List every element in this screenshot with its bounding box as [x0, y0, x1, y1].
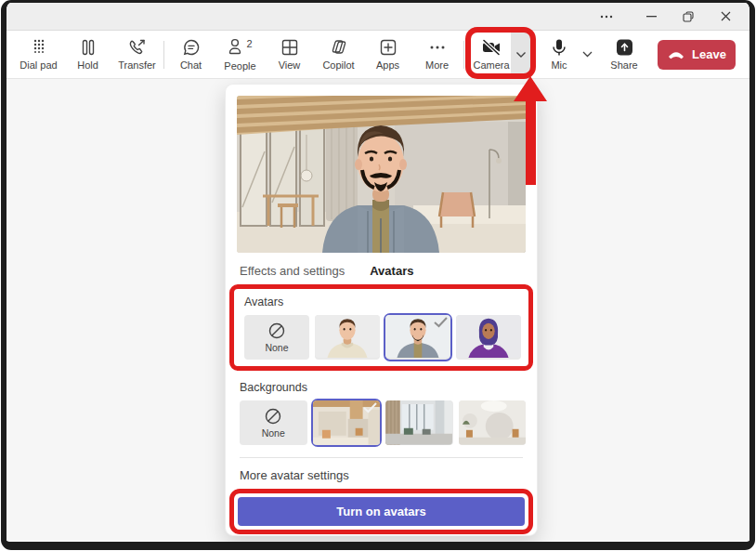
hold-label: Hold: [77, 59, 98, 71]
people-icon: [228, 37, 244, 56]
annotation-box-avatars-section: Avatars None: [229, 284, 533, 371]
share-icon: [614, 38, 634, 57]
settings-tabs: Effects and settings Avatars: [237, 264, 526, 278]
more-label: More: [425, 59, 449, 71]
avatar-preview-video: [237, 96, 526, 253]
copilot-icon: [329, 38, 349, 57]
teams-call-window: Dial pad Hold Transfer Chat: [1, 0, 755, 550]
camera-dropdown-chevron[interactable]: [511, 33, 530, 77]
people-count-badge: 2: [246, 38, 252, 49]
avatar-tile-woman-hijab[interactable]: [456, 315, 521, 360]
chat-label: Chat: [180, 59, 202, 71]
avatar-none-label: None: [265, 342, 288, 353]
window-more-icon[interactable]: [588, 5, 625, 29]
avatar-tile-man-beard[interactable]: [385, 315, 450, 360]
chevron-down-icon: [582, 51, 593, 58]
background-office-thumbnail: [385, 400, 452, 445]
hold-button[interactable]: Hold: [63, 33, 112, 77]
transfer-button[interactable]: Transfer: [112, 33, 162, 77]
phone-hangup-icon: [667, 50, 685, 59]
avatar-tile-none[interactable]: None: [244, 315, 309, 360]
camera-button[interactable]: Camera: [472, 33, 511, 77]
chevron-down-icon: [515, 51, 527, 59]
background-tile-office[interactable]: [385, 400, 453, 445]
call-toolbar: Dial pad Hold Transfer Chat: [7, 31, 749, 79]
background-tile-none[interactable]: None: [240, 400, 307, 445]
hold-icon: [79, 38, 98, 57]
apps-button[interactable]: Apps: [363, 33, 412, 77]
view-icon: [280, 38, 299, 57]
background-tile-wooden-room[interactable]: [313, 400, 381, 445]
mic-button[interactable]: Mic: [540, 33, 579, 77]
camera-label: Camera: [473, 59, 509, 71]
avatar-tile-man-light[interactable]: [315, 315, 380, 360]
tab-effects-and-settings[interactable]: Effects and settings: [240, 264, 345, 278]
none-icon: [267, 321, 286, 340]
toolbar-divider: [463, 41, 464, 69]
more-button[interactable]: More: [412, 33, 462, 77]
share-label: Share: [610, 59, 637, 71]
tab-avatars[interactable]: Avatars: [370, 264, 413, 278]
mic-split-button: Mic: [540, 33, 596, 77]
avatar-tile-row: None: [241, 315, 521, 360]
copilot-button[interactable]: Copilot: [314, 33, 363, 77]
restore-button[interactable]: [670, 5, 707, 29]
transfer-label: Transfer: [118, 59, 156, 71]
camera-settings-popover: Effects and settings Avatars Avatars Non…: [225, 84, 538, 536]
dial-pad-button[interactable]: Dial pad: [14, 33, 63, 77]
chat-icon: [182, 38, 201, 57]
people-label: People: [224, 60, 255, 72]
leave-label: Leave: [692, 47, 726, 61]
chat-button[interactable]: Chat: [166, 33, 215, 77]
camera-off-icon: [481, 38, 502, 57]
avatars-section-title: Avatars: [241, 295, 521, 308]
background-tile-row: None: [237, 400, 526, 445]
avatar-man-light-thumbnail: [315, 315, 380, 358]
none-icon: [264, 407, 282, 426]
turn-on-avatars-button[interactable]: Turn on avatars: [238, 497, 525, 526]
selected-check-icon: [362, 401, 378, 413]
avatar-woman-hijab-thumbnail: [456, 315, 521, 358]
background-tile-gallery[interactable]: [459, 400, 527, 445]
backgrounds-section-title: Backgrounds: [237, 381, 526, 394]
view-label: View: [279, 59, 301, 71]
more-icon: [429, 38, 446, 57]
background-none-label: None: [262, 427, 285, 439]
more-avatar-settings-link[interactable]: More avatar settings: [240, 468, 526, 482]
close-button[interactable]: [707, 5, 744, 29]
dial-pad-label: Dial pad: [20, 59, 57, 71]
meeting-stage: Effects and settings Avatars Avatars Non…: [7, 79, 749, 541]
dial-pad-icon: [30, 38, 48, 57]
copilot-label: Copilot: [322, 59, 354, 71]
camera-split-button: Camera: [472, 33, 530, 77]
mic-label: Mic: [551, 59, 567, 71]
apps-label: Apps: [376, 59, 399, 71]
share-button[interactable]: Share: [602, 33, 646, 77]
people-button[interactable]: 2 People: [215, 33, 265, 77]
section-divider: [240, 457, 523, 458]
leave-button[interactable]: Leave: [658, 40, 736, 70]
background-gallery-thumbnail: [459, 400, 526, 445]
toolbar-divider: [163, 41, 164, 69]
mic-dropdown-chevron[interactable]: [579, 36, 596, 73]
minimize-button[interactable]: [632, 5, 670, 29]
selected-check-icon: [433, 316, 449, 328]
mic-icon: [551, 38, 567, 57]
apps-icon: [379, 38, 398, 57]
view-button[interactable]: View: [265, 33, 314, 77]
title-bar: [7, 3, 749, 31]
transfer-icon: [127, 38, 147, 57]
annotation-box-turn-on-button: Turn on avatars: [229, 489, 533, 534]
